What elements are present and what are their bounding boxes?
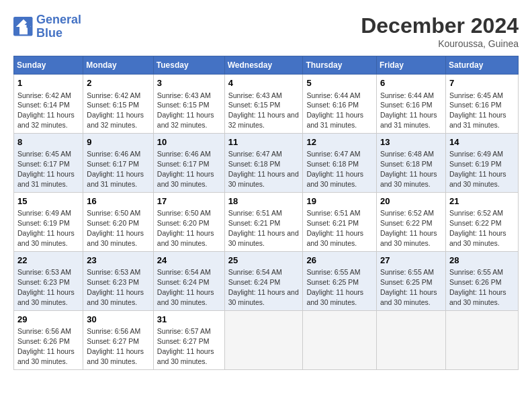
logo: General Blue <box>13 13 81 40</box>
day-cell <box>445 310 518 369</box>
day-info: Sunrise: 6:48 AMSunset: 6:18 PMDaylight:… <box>380 150 437 188</box>
day-cell: 17Sunrise: 6:50 AMSunset: 6:20 PMDayligh… <box>153 192 224 251</box>
week-row-4: 22Sunrise: 6:53 AMSunset: 6:23 PMDayligh… <box>14 251 519 310</box>
day-cell: 26Sunrise: 6:55 AMSunset: 6:25 PMDayligh… <box>303 251 377 310</box>
day-cell <box>376 310 445 369</box>
day-info: Sunrise: 6:56 AMSunset: 6:26 PMDaylight:… <box>17 327 75 365</box>
main-title: December 2024 <box>361 13 519 38</box>
day-number: 23 <box>87 255 149 267</box>
day-number: 8 <box>17 136 79 148</box>
day-info: Sunrise: 6:54 AMSunset: 6:24 PMDaylight:… <box>157 268 214 306</box>
day-number: 7 <box>449 77 515 89</box>
day-cell: 23Sunrise: 6:53 AMSunset: 6:23 PMDayligh… <box>83 251 153 310</box>
day-info: Sunrise: 6:47 AMSunset: 6:18 PMDaylight:… <box>306 150 363 188</box>
day-info: Sunrise: 6:50 AMSunset: 6:20 PMDaylight:… <box>157 209 214 247</box>
day-info: Sunrise: 6:51 AMSunset: 6:21 PMDaylight:… <box>228 209 299 247</box>
day-info: Sunrise: 6:50 AMSunset: 6:20 PMDaylight:… <box>87 209 144 247</box>
day-cell: 14Sunrise: 6:49 AMSunset: 6:19 PMDayligh… <box>445 133 518 192</box>
subtitle: Kouroussa, Guinea <box>361 38 519 49</box>
day-info: Sunrise: 6:47 AMSunset: 6:18 PMDaylight:… <box>228 150 299 188</box>
week-row-2: 8Sunrise: 6:45 AMSunset: 6:17 PMDaylight… <box>14 133 519 192</box>
day-number: 2 <box>87 77 149 89</box>
day-info: Sunrise: 6:44 AMSunset: 6:16 PMDaylight:… <box>380 91 437 130</box>
day-number: 26 <box>306 255 373 267</box>
day-info: Sunrise: 6:42 AMSunset: 6:14 PMDaylight:… <box>17 91 75 130</box>
day-info: Sunrise: 6:44 AMSunset: 6:16 PMDaylight:… <box>306 91 363 130</box>
day-cell <box>224 310 303 369</box>
day-cell: 20Sunrise: 6:52 AMSunset: 6:22 PMDayligh… <box>376 192 445 251</box>
day-cell: 16Sunrise: 6:50 AMSunset: 6:20 PMDayligh… <box>83 192 153 251</box>
day-info: Sunrise: 6:43 AMSunset: 6:15 PMDaylight:… <box>228 91 299 130</box>
day-cell: 1Sunrise: 6:42 AMSunset: 6:14 PMDaylight… <box>14 75 83 134</box>
day-cell: 22Sunrise: 6:53 AMSunset: 6:23 PMDayligh… <box>14 251 83 310</box>
day-cell: 25Sunrise: 6:54 AMSunset: 6:24 PMDayligh… <box>224 251 303 310</box>
day-cell: 18Sunrise: 6:51 AMSunset: 6:21 PMDayligh… <box>224 192 303 251</box>
day-info: Sunrise: 6:52 AMSunset: 6:22 PMDaylight:… <box>380 209 437 247</box>
logo-icon <box>13 17 34 37</box>
day-number: 16 <box>87 195 149 208</box>
day-number: 6 <box>380 77 442 89</box>
day-cell: 28Sunrise: 6:55 AMSunset: 6:26 PMDayligh… <box>445 251 518 310</box>
day-cell: 3Sunrise: 6:43 AMSunset: 6:15 PMDaylight… <box>153 75 224 134</box>
week-row-5: 29Sunrise: 6:56 AMSunset: 6:26 PMDayligh… <box>14 310 519 369</box>
day-cell: 29Sunrise: 6:56 AMSunset: 6:26 PMDayligh… <box>14 310 83 369</box>
day-number: 9 <box>87 136 149 148</box>
day-number: 18 <box>228 195 300 208</box>
calendar-body: 1Sunrise: 6:42 AMSunset: 6:14 PMDaylight… <box>14 75 519 370</box>
header-friday: Friday <box>376 56 445 75</box>
day-number: 21 <box>449 195 515 208</box>
week-row-1: 1Sunrise: 6:42 AMSunset: 6:14 PMDaylight… <box>14 75 519 134</box>
day-number: 14 <box>449 136 515 148</box>
day-number: 13 <box>380 136 442 148</box>
day-number: 28 <box>449 255 515 267</box>
day-cell: 15Sunrise: 6:49 AMSunset: 6:19 PMDayligh… <box>14 192 83 251</box>
calendar-header: SundayMondayTuesdayWednesdayThursdayFrid… <box>14 56 519 75</box>
day-cell: 10Sunrise: 6:46 AMSunset: 6:17 PMDayligh… <box>153 133 224 192</box>
day-cell: 19Sunrise: 6:51 AMSunset: 6:21 PMDayligh… <box>303 192 377 251</box>
day-number: 20 <box>380 195 442 208</box>
week-row-3: 15Sunrise: 6:49 AMSunset: 6:19 PMDayligh… <box>14 192 519 251</box>
day-cell: 21Sunrise: 6:52 AMSunset: 6:22 PMDayligh… <box>445 192 518 251</box>
title-section: December 2024 Kouroussa, Guinea <box>361 13 519 49</box>
day-number: 22 <box>17 255 79 267</box>
day-info: Sunrise: 6:53 AMSunset: 6:23 PMDaylight:… <box>87 268 144 306</box>
day-cell: 7Sunrise: 6:45 AMSunset: 6:16 PMDaylight… <box>445 75 518 134</box>
day-info: Sunrise: 6:55 AMSunset: 6:26 PMDaylight:… <box>449 268 506 306</box>
day-number: 11 <box>228 136 300 148</box>
day-info: Sunrise: 6:52 AMSunset: 6:22 PMDaylight:… <box>449 209 506 247</box>
day-cell: 4Sunrise: 6:43 AMSunset: 6:15 PMDaylight… <box>224 75 303 134</box>
day-cell: 2Sunrise: 6:42 AMSunset: 6:15 PMDaylight… <box>83 75 153 134</box>
header-thursday: Thursday <box>303 56 377 75</box>
day-number: 25 <box>228 255 300 267</box>
day-number: 17 <box>157 195 221 208</box>
day-info: Sunrise: 6:57 AMSunset: 6:27 PMDaylight:… <box>157 327 214 365</box>
day-cell: 13Sunrise: 6:48 AMSunset: 6:18 PMDayligh… <box>376 133 445 192</box>
day-info: Sunrise: 6:49 AMSunset: 6:19 PMDaylight:… <box>17 209 75 247</box>
day-cell: 12Sunrise: 6:47 AMSunset: 6:18 PMDayligh… <box>303 133 377 192</box>
header-saturday: Saturday <box>445 56 518 75</box>
day-cell: 11Sunrise: 6:47 AMSunset: 6:18 PMDayligh… <box>224 133 303 192</box>
day-number: 19 <box>306 195 373 208</box>
header-monday: Monday <box>83 56 153 75</box>
day-number: 12 <box>306 136 373 148</box>
day-info: Sunrise: 6:45 AMSunset: 6:17 PMDaylight:… <box>17 150 75 188</box>
day-number: 27 <box>380 255 442 267</box>
day-number: 10 <box>157 136 221 148</box>
day-number: 30 <box>87 314 149 326</box>
day-number: 5 <box>306 77 373 89</box>
day-cell: 5Sunrise: 6:44 AMSunset: 6:16 PMDaylight… <box>303 75 377 134</box>
logo-text: General Blue <box>36 13 81 40</box>
header-sunday: Sunday <box>14 56 83 75</box>
header-row: SundayMondayTuesdayWednesdayThursdayFrid… <box>14 56 519 75</box>
day-info: Sunrise: 6:42 AMSunset: 6:15 PMDaylight:… <box>87 91 144 130</box>
day-info: Sunrise: 6:49 AMSunset: 6:19 PMDaylight:… <box>449 150 506 188</box>
day-info: Sunrise: 6:53 AMSunset: 6:23 PMDaylight:… <box>17 268 75 306</box>
day-cell: 27Sunrise: 6:55 AMSunset: 6:25 PMDayligh… <box>376 251 445 310</box>
day-cell: 6Sunrise: 6:44 AMSunset: 6:16 PMDaylight… <box>376 75 445 134</box>
day-info: Sunrise: 6:45 AMSunset: 6:16 PMDaylight:… <box>449 91 506 130</box>
day-number: 1 <box>17 77 79 89</box>
day-cell: 9Sunrise: 6:46 AMSunset: 6:17 PMDaylight… <box>83 133 153 192</box>
day-cell <box>303 310 377 369</box>
day-number: 31 <box>157 314 221 326</box>
header-tuesday: Tuesday <box>153 56 224 75</box>
